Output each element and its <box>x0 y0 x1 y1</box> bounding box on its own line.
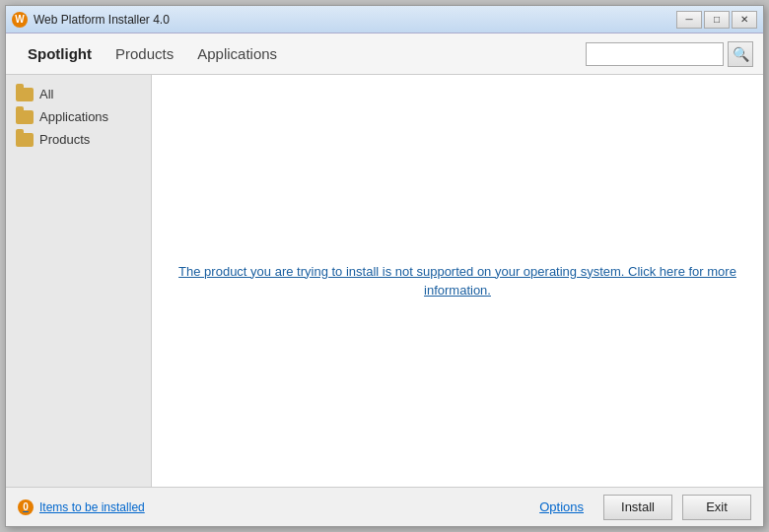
sidebar-item-applications[interactable]: Applications <box>6 105 151 128</box>
close-button[interactable]: ✕ <box>732 11 757 29</box>
folder-icon <box>16 110 34 124</box>
sidebar-item-all[interactable]: All <box>6 83 151 105</box>
sidebar-item-applications-label: Applications <box>39 109 108 124</box>
content-area: All Applications Products The product yo… <box>6 75 763 487</box>
tab-products[interactable]: Products <box>104 39 185 68</box>
sidebar-item-products[interactable]: Products <box>6 128 151 151</box>
exit-button[interactable]: Exit <box>682 495 751 520</box>
sidebar-item-products-label: Products <box>39 132 90 147</box>
items-count-badge: 0 <box>18 499 34 515</box>
window-controls: ─ □ ✕ <box>676 11 757 29</box>
footer: 0 Items to be installed Options Install … <box>6 487 763 526</box>
search-input[interactable] <box>586 42 724 66</box>
app-icon: W <box>12 12 28 28</box>
window-title: Web Platform Installer 4.0 <box>34 13 676 27</box>
tab-spotlight[interactable]: Spotlight <box>16 39 104 68</box>
main-window: W Web Platform Installer 4.0 ─ □ ✕ Spotl… <box>5 5 764 527</box>
options-link[interactable]: Options <box>539 499 584 514</box>
restore-button[interactable]: □ <box>704 11 730 29</box>
sidebar: All Applications Products <box>6 75 152 487</box>
folder-icon <box>16 133 34 147</box>
tab-applications[interactable]: Applications <box>185 39 289 68</box>
nav-bar: Spotlight Products Applications 🔍 <box>6 33 763 75</box>
title-bar: W Web Platform Installer 4.0 ─ □ ✕ <box>6 6 763 33</box>
search-button[interactable]: 🔍 <box>728 41 753 67</box>
sidebar-item-all-label: All <box>39 87 53 101</box>
minimize-button[interactable]: ─ <box>676 11 702 29</box>
error-message-link[interactable]: The product you are trying to install is… <box>172 262 743 300</box>
main-content: The product you are trying to install is… <box>152 75 763 487</box>
items-to-install[interactable]: 0 Items to be installed <box>18 499 145 515</box>
folder-icon <box>16 88 34 101</box>
search-area: 🔍 <box>586 41 753 67</box>
items-label: Items to be installed <box>39 500 145 514</box>
install-button[interactable]: Install <box>603 495 672 520</box>
